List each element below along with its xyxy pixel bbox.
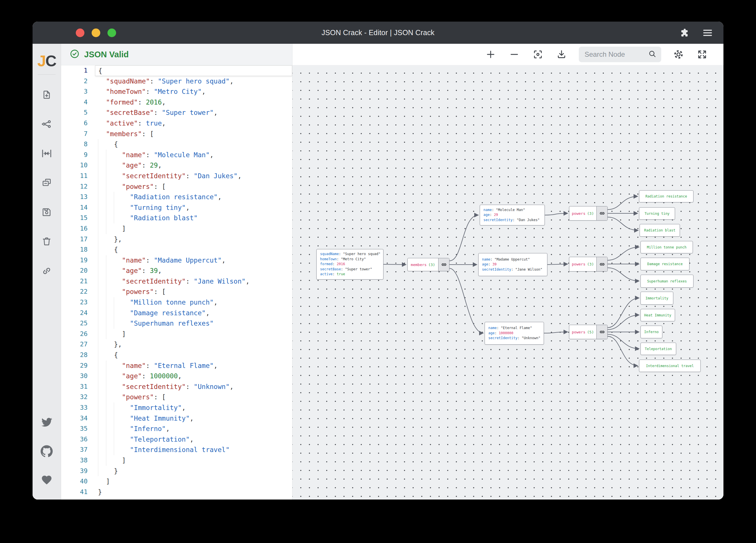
code-line[interactable]: "Inferno",	[95, 423, 292, 434]
code-line[interactable]: "Heat Immunity",	[95, 413, 292, 424]
indent-guide	[106, 381, 106, 392]
code-line[interactable]: "powers": [	[95, 181, 292, 192]
code-lines[interactable]: {"squadName": "Super hero squad","homeTo…	[95, 65, 292, 499]
fullscreen-icon[interactable]	[696, 48, 708, 61]
graph-object-node[interactable]: name: "Eternal Flame"age: 1000000secretI…	[485, 322, 544, 345]
code-line[interactable]: "formed": 2016,	[95, 97, 292, 108]
node-field: age: 39	[482, 262, 544, 267]
line-number: 19	[61, 255, 95, 266]
code-line[interactable]: "Immortality",	[95, 402, 292, 413]
minimize-window-button[interactable]	[92, 29, 100, 37]
graph-leaf-node[interactable]: Damage resistance	[640, 258, 689, 271]
code-line[interactable]: {	[95, 139, 292, 150]
code-line[interactable]: "name": "Molecule Man",	[95, 150, 292, 160]
expand-link-icon[interactable]	[596, 207, 607, 220]
code-line[interactable]: ]	[95, 224, 292, 234]
code-line[interactable]: }	[95, 466, 292, 476]
code-line[interactable]: "age": 39,	[95, 266, 292, 276]
graph-leaf-node[interactable]: Inferno	[640, 325, 662, 338]
code-line[interactable]: ]	[95, 476, 292, 487]
link-icon[interactable]	[37, 262, 56, 280]
code-line[interactable]: },	[95, 234, 292, 245]
graph-array-node[interactable]: powers(3)	[569, 257, 608, 272]
twitter-icon[interactable]	[37, 413, 56, 432]
code-line[interactable]: "members": [	[95, 129, 292, 139]
code-line[interactable]: "secretBase": "Super tower",	[95, 107, 292, 118]
graph-leaf-node[interactable]: Interdimensional travel	[639, 359, 701, 372]
graph-object-node[interactable]: name: "Molecule Man"age: 29secretIdentit…	[480, 205, 545, 226]
indent-guide	[98, 286, 98, 297]
graph-leaf-node[interactable]: Million tonne punch	[640, 241, 693, 254]
delete-trash-icon[interactable]	[37, 232, 56, 251]
code-line[interactable]: "squadName": "Super hero squad",	[95, 76, 292, 87]
code-line[interactable]: "Damage resistance",	[95, 308, 292, 318]
extensions-puzzle-icon[interactable]	[679, 28, 689, 38]
github-icon[interactable]	[37, 442, 56, 460]
code-line[interactable]: "powers": [	[95, 392, 292, 402]
code-line[interactable]: }	[95, 487, 292, 497]
code-line[interactable]: {	[95, 65, 292, 76]
collapse-horizontal-icon[interactable]	[37, 144, 56, 163]
graph-edge	[545, 213, 568, 215]
zoom-out-icon[interactable]	[508, 48, 521, 61]
code-line[interactable]: "name": "Eternal Flame",	[95, 360, 292, 371]
copy-icon[interactable]	[37, 174, 56, 192]
code-line[interactable]: "age": 1000000,	[95, 371, 292, 381]
code-line[interactable]: "secretIdentity": "Dan Jukes",	[95, 171, 292, 181]
graph-leaf-node[interactable]: Teleportation	[640, 342, 676, 355]
search-node-box[interactable]	[579, 47, 661, 62]
code-line[interactable]: "secretIdentity": "Unknown",	[95, 381, 292, 392]
search-icon[interactable]	[648, 50, 657, 59]
graph-object-node[interactable]: squadName: "Super hero squad"homeTown: "…	[316, 249, 383, 279]
graph-leaf-node[interactable]: Radiation blast	[640, 224, 680, 237]
code-line[interactable]: "Radiation blast"	[95, 213, 292, 224]
code-line[interactable]: "secretIdentity": "Jane Wilson",	[95, 276, 292, 287]
code-line[interactable]: "age": 29,	[95, 160, 292, 171]
zoom-window-button[interactable]	[107, 29, 116, 37]
share-graph-icon[interactable]	[37, 115, 56, 133]
graph-leaf-node[interactable]: Turning tiny	[639, 207, 675, 220]
code-line[interactable]: {	[95, 350, 292, 360]
menu-icon[interactable]	[702, 29, 713, 37]
graph-leaf-node[interactable]: Heat Immunity	[640, 309, 675, 321]
code-line[interactable]: "Superhuman reflexes"	[95, 318, 292, 329]
zoom-in-icon[interactable]	[484, 48, 497, 61]
code-line[interactable]: "powers": [	[95, 286, 292, 297]
jsoncrack-logo[interactable]: JC	[37, 52, 56, 70]
line-number: 10	[61, 160, 95, 171]
settings-gear-icon[interactable]	[672, 48, 685, 61]
code-line[interactable]: ]	[95, 329, 292, 339]
code-line[interactable]: "Turning tiny",	[95, 203, 292, 213]
code-line[interactable]: "active": true,	[95, 118, 292, 129]
code-line[interactable]: "Radiation resistance",	[95, 192, 292, 203]
indent-guide	[106, 434, 106, 445]
code-line[interactable]: {	[95, 245, 292, 255]
focus-node-icon[interactable]	[532, 48, 544, 61]
new-file-icon[interactable]	[37, 86, 56, 104]
save-icon[interactable]	[37, 203, 56, 222]
line-number: 2	[61, 76, 95, 87]
code-line[interactable]: ]	[95, 455, 292, 466]
code-line[interactable]: "Interdimensional travel"	[95, 444, 292, 455]
sponsor-heart-icon[interactable]	[37, 471, 56, 489]
graph-leaf-node[interactable]: Immortality	[640, 291, 673, 304]
graph-canvas[interactable]: squadName: "Super hero squad"homeTown: "…	[292, 65, 723, 499]
code-line[interactable]: "Teleportation",	[95, 434, 292, 445]
expand-link-icon[interactable]	[438, 258, 449, 271]
graph-array-node[interactable]: powers(3)	[569, 206, 608, 221]
graph-array-node[interactable]: members(3)	[407, 258, 449, 271]
download-image-icon[interactable]	[555, 48, 568, 61]
graph-array-node[interactable]: powers(5)	[569, 325, 608, 339]
code-line[interactable]: "Million tonne punch",	[95, 297, 292, 308]
json-editor[interactable]: 1234567891011121314151617181920212223242…	[61, 65, 292, 499]
graph-leaf-node[interactable]: Radiation resistance	[639, 190, 693, 203]
code-line[interactable]: },	[95, 339, 292, 350]
search-node-input[interactable]	[585, 50, 645, 58]
code-line[interactable]: "name": "Madame Uppercut",	[95, 255, 292, 266]
code-line[interactable]: "homeTown": "Metro City",	[95, 86, 292, 97]
expand-link-icon[interactable]	[596, 325, 607, 339]
graph-object-node[interactable]: name: "Madame Uppercut"age: 39secretIden…	[478, 253, 547, 276]
expand-link-icon[interactable]	[596, 257, 607, 271]
graph-leaf-node[interactable]: Superhuman reflexes	[640, 275, 693, 287]
close-window-button[interactable]	[76, 29, 84, 37]
